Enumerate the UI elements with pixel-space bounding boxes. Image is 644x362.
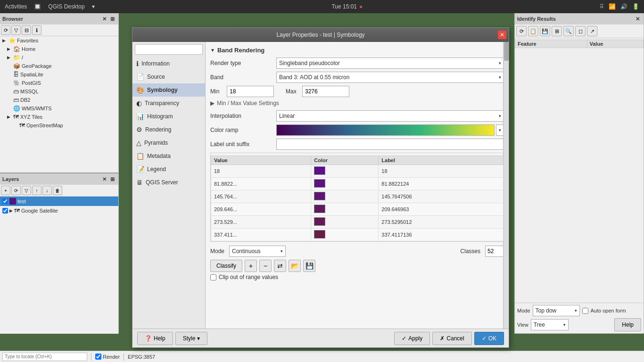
browser-filter-btn[interactable]: ▽ (11, 25, 21, 35)
add-class-button[interactable]: + (245, 260, 257, 272)
nav-item-information[interactable]: ℹ Information (132, 57, 205, 70)
render-type-combo[interactable]: Singleband pseudocolor ▾ (276, 58, 504, 69)
identify-tb-btn5[interactable]: 🔍 (563, 26, 574, 36)
nav-item-rendering[interactable]: ⚙ Rendering (132, 123, 205, 136)
interpolation-combo[interactable]: Linear ▾ (276, 110, 504, 122)
identify-help-button[interactable]: Help (614, 318, 641, 331)
layers-tb3[interactable]: ▽ (22, 186, 31, 195)
table-cell-color[interactable] (311, 165, 379, 178)
min-input[interactable] (227, 86, 274, 97)
browser-float-btn[interactable]: ⊞ (109, 16, 116, 23)
color-swatch[interactable] (314, 230, 325, 239)
color-swatch[interactable] (314, 166, 325, 175)
browser-spatialite[interactable]: 🗄SpatiaLite (0, 70, 118, 79)
identify-tb-btn3[interactable]: 💾 (540, 26, 550, 36)
browser-close-btn[interactable]: ✕ (101, 16, 108, 23)
nav-item-qgis-server[interactable]: 🖥 QGIS Server (132, 176, 205, 189)
cancel-button[interactable]: ✗ Cancel (432, 332, 471, 345)
identify-tb-btn7[interactable]: ↗ (587, 26, 597, 36)
load-button[interactable]: 📂 (289, 260, 301, 272)
clip-checkbox[interactable] (210, 274, 216, 280)
layers-float-btn[interactable]: ⊞ (109, 176, 116, 183)
table-cell-color[interactable] (311, 216, 379, 229)
table-cell-color[interactable] (311, 229, 379, 241)
browser-osm[interactable]: 🗺OpenStreetMap (0, 121, 118, 130)
browser-xyz[interactable]: ▶🗺XYZ Tiles (0, 113, 118, 121)
browser-favorites[interactable]: ▶⭐Favorites (0, 36, 118, 45)
minmax-settings-header[interactable]: ▶ Min / Max Value Settings (210, 100, 504, 107)
nav-item-metadata[interactable]: 📋 Metadata (132, 149, 205, 163)
classify-button[interactable]: Classify (210, 260, 242, 272)
identify-tb-btn6[interactable]: ◻ (575, 26, 586, 36)
color-ramp-display[interactable] (276, 124, 495, 136)
style-button[interactable]: Style ▾ (175, 332, 208, 345)
max-input[interactable] (302, 86, 349, 97)
auto-open-checkbox[interactable] (582, 308, 588, 314)
nav-item-pyramids[interactable]: △ Pyramids (132, 136, 205, 149)
layer-google-satellite[interactable]: ▶ 🗺 Google Satellite (0, 206, 118, 215)
color-swatch[interactable] (314, 179, 325, 188)
color-swatch[interactable] (314, 192, 325, 200)
mode-combo-identify[interactable]: Top dow ▾ (533, 305, 580, 316)
epsg-label: EPSG:3857 (128, 354, 155, 360)
layers-tb5[interactable]: ↓ (42, 186, 52, 195)
mode-combo[interactable]: Continuous ▾ (229, 246, 286, 257)
identify-tb-btn1[interactable]: ⟳ (516, 26, 527, 36)
identify-close-button[interactable]: ✕ (634, 16, 641, 23)
invert-button[interactable]: ⇄ (274, 260, 286, 272)
color-swatch[interactable] (314, 205, 325, 213)
table-row[interactable]: 337.411... 337.4117136 (211, 229, 504, 241)
layer-test-checkbox[interactable] (2, 198, 8, 204)
label-unit-input[interactable] (276, 139, 504, 150)
apply-button[interactable]: ✓ Apply (394, 332, 430, 345)
class-table-scroll[interactable]: Value Color Label 18 18 81.8822... 81.88… (210, 153, 504, 242)
ok-button[interactable]: ✓ OK (474, 332, 504, 345)
save-button[interactable]: 💾 (303, 260, 315, 272)
layers-tb1[interactable]: + (1, 186, 10, 195)
browser-props-btn[interactable]: ℹ (32, 25, 41, 35)
browser-mssql[interactable]: 🗃MSSQL (0, 87, 118, 96)
browser-refresh-btn[interactable]: ⟳ (1, 25, 10, 35)
dialog-search-input[interactable] (135, 44, 203, 55)
remove-class-button[interactable]: − (259, 260, 272, 272)
layers-tb6[interactable]: 🗑 (53, 186, 62, 195)
browser-root[interactable]: ▶📁/ (0, 53, 118, 62)
table-row[interactable]: 18 18 (211, 165, 504, 178)
layers-tb4[interactable]: ↑ (32, 186, 41, 195)
layers-close-btn[interactable]: ✕ (101, 176, 108, 183)
table-cell-color[interactable] (311, 203, 379, 216)
browser-home[interactable]: ▶🏠Home (0, 45, 118, 53)
app-name[interactable]: QGIS Desktop (48, 3, 84, 10)
layer-satellite-checkbox[interactable] (2, 208, 8, 214)
band-combo[interactable]: Band 3: AOD at 0.55 micron ▾ (276, 72, 504, 83)
browser-postgis[interactable]: 🐘PostGIS (0, 79, 118, 87)
table-row[interactable]: 81.8822... 81.8822124 (211, 178, 504, 190)
nav-item-legend[interactable]: 📝 Legend (132, 163, 205, 176)
browser-wms[interactable]: 🌐WMS/WMTS (0, 104, 118, 113)
browser-geopackage[interactable]: 📦GeoPackage (0, 62, 118, 70)
table-cell-color[interactable] (311, 190, 379, 203)
nav-item-histogram[interactable]: 📊 Histogram (132, 110, 205, 123)
band-rendering-collapse-arrow[interactable]: ▼ (210, 48, 215, 53)
color-swatch[interactable] (314, 217, 325, 226)
layers-tb2[interactable]: ⟳ (11, 186, 21, 195)
render-checkbox[interactable] (95, 354, 101, 360)
table-row[interactable]: 209.646... 209.646963 (211, 203, 504, 216)
nav-item-symbology[interactable]: 🎨 Symbology (132, 83, 205, 97)
table-cell-color[interactable] (311, 178, 379, 190)
classes-input[interactable] (485, 246, 504, 257)
browser-collapse-btn[interactable]: ⊟ (22, 25, 31, 35)
view-combo-identify[interactable]: Tree ▾ (531, 319, 569, 330)
help-button[interactable]: ❓ Help (137, 332, 173, 345)
nav-item-transparency[interactable]: ◐ Transparency (132, 97, 205, 110)
browser-db2[interactable]: 🗃DB2 (0, 96, 118, 104)
dialog-close-button[interactable]: ✕ (498, 31, 506, 39)
table-row[interactable]: 273.529... 273.5295012 (211, 216, 504, 229)
table-row[interactable]: 145.764... 145.7647506 (211, 190, 504, 203)
identify-tb-btn4[interactable]: ⊞ (552, 26, 562, 36)
layer-test[interactable]: test (0, 197, 118, 206)
nav-item-source[interactable]: 📄 Source (132, 70, 205, 83)
identify-tb-btn2[interactable]: 📋 (528, 26, 538, 36)
activities-label[interactable]: Activities (5, 3, 27, 10)
locate-input[interactable] (2, 353, 87, 361)
